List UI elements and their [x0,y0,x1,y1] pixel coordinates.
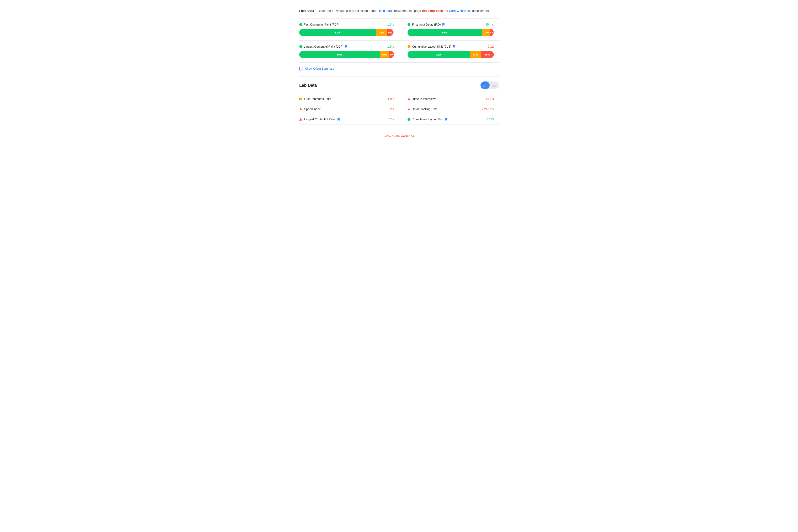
cls-status-dot [407,45,411,48]
tbt-triangle-icon [407,108,411,110]
tti-value: 15.1 s [486,97,494,100]
lab-metric-cls-lab: Cumulative Layout Shift 0.035 [399,114,499,125]
cls-bar-orange: 13% [470,51,481,58]
cls-name: Cumulative Layout Shift (CLS) [412,45,451,48]
list-view-icon [492,84,496,87]
si-name: Speed Index [304,108,321,111]
field-data-intro: Field Data — Over the previous 28-day co… [299,8,499,13]
metric-lcp-header: Largest Contentful Paint (LCP) 1.9 s [299,45,394,48]
lab-metric-lcp: Largest Contentful Paint 8.2 s [299,114,399,125]
lcp-bar-red: 5% [389,51,394,58]
fcp-bar-orange: 12% [376,29,387,36]
metric-fid-title-group: First Input Delay (FID) [407,23,444,26]
lcp-lab-triangle-icon [299,118,302,120]
bar-icon-line-2 [483,85,486,86]
cls-bar: 72% 13% 15% [407,51,494,58]
list-view-toggle[interactable] [490,81,499,89]
bar-view-icon [483,84,487,87]
lcp-lab-bookmark-icon [338,118,340,121]
fcp-name: First Contentful Paint (FCP) [304,23,340,26]
si-triangle-icon [299,108,302,110]
lab-data-header: Lab Data [299,81,499,89]
lab-tbt-left: Total Blocking Time [407,108,438,111]
field-data-dash: — Over the previous 28-day collection pe… [314,9,379,13]
fcp-status-dot [299,23,302,26]
origin-summary-checkbox[interactable] [299,67,303,71]
lcp-value: 1.9 s [387,45,394,48]
metric-cls-title-group: Cumulative Layout Shift (CLS) [407,45,455,48]
metric-fcp-header: First Contentful Paint (FCP) 1.5 s [299,23,394,26]
list-icon-line-2 [492,85,496,86]
fid-name: First Input Delay (FID) [412,23,441,26]
metric-fid: First Input Delay (FID) 45 ms 86% 10% 4% [399,19,499,40]
cls-bar-red: 15% [481,51,494,58]
origin-summary-row[interactable]: Show Origin Summary [299,62,499,75]
lab-lcp-left: Largest Contentful Paint [299,118,340,121]
lcp-bar-orange: 10% [380,51,390,58]
lab-fcp-left: First Contentful Paint [299,97,331,100]
metric-cls-header: Cumulative Layout Shift (CLS) 0.12 [407,45,494,48]
cls-lab-dot-icon [407,118,411,121]
metric-fid-header: First Input Delay (FID) 45 ms [407,23,494,26]
fcp-bar: 81% 12% 6% [299,29,394,36]
fid-bar-green: 86% [407,29,482,36]
bar-icon-line-1 [483,84,487,84]
origin-summary-label[interactable]: Show Origin Summary [305,67,334,70]
fcp-bar-red: 6% [387,29,393,36]
bar-icon-line-3 [483,86,485,87]
cls-lab-value: 0.035 [487,118,494,121]
fid-bookmark-icon [442,23,444,26]
field-data-label: Field Data [299,9,314,13]
metric-cls: Cumulative Layout Shift (CLS) 0.12 72% 1… [399,40,499,62]
page-container: Field Data — Over the previous 28-day co… [299,8,499,142]
tbt-name: Total Blocking Time [413,108,438,111]
tti-triangle-icon [407,98,411,100]
footer: www.digitalleader.be [299,134,499,142]
does-not-pass: does not pass [422,9,443,13]
view-toggle[interactable] [480,81,499,89]
tti-name: Time to Interactive [413,97,436,100]
lcp-lab-name: Largest Contentful Paint [304,118,336,121]
fid-bar-orange: 10% [482,29,491,36]
fid-bar: 86% 10% 4% [407,29,494,36]
tbt-value: 2,240 ms [482,108,494,111]
fcp-lab-square-icon [299,98,302,100]
bar-view-toggle[interactable] [480,81,490,89]
cls-lab-name: Cumulative Layout Shift [413,118,443,121]
cls-value: 0.12 [488,45,494,48]
lcp-status-dot [299,45,302,48]
fcp-bar-green: 81% [299,29,376,36]
list-icon-line-1 [492,84,496,84]
footer-url: www.digitalleader.be [384,134,414,138]
field-metrics-grid: First Contentful Paint (FCP) 1.5 s 81% 1… [299,18,499,62]
lab-metrics-grid: First Contentful Paint 1.9 s Time to Int… [299,94,499,125]
lab-si-left: Speed Index [299,108,321,111]
fid-value: 45 ms [485,23,494,26]
core-web-vitals-link[interactable]: Core Web Vitals [449,9,471,13]
metric-fcp-title-group: First Contentful Paint (FCP) [299,23,340,26]
metric-fcp: First Contentful Paint (FCP) 1.5 s 81% 1… [299,19,399,40]
fcp-lab-name: First Contentful Paint [304,97,331,100]
lcp-bar: 85% 10% 5% [299,51,394,58]
lcp-lab-value: 8.2 s [388,118,394,121]
cls-bar-green: 72% [407,51,470,58]
lab-metric-si: Speed Index 8.2 s [299,104,399,114]
fcp-lab-value: 1.9 s [388,97,394,100]
lcp-bookmark-icon [345,45,347,48]
field-data-link[interactable]: field data [379,9,392,13]
lab-tti-left: Time to Interactive [407,97,436,100]
metric-lcp: Largest Contentful Paint (LCP) 1.9 s 85%… [299,40,399,62]
cls-lab-bookmark-icon [445,118,448,121]
lab-metric-tti: Time to Interactive 15.1 s [399,94,499,104]
si-value: 8.2 s [388,108,394,111]
lab-cls-left: Cumulative Layout Shift [407,118,448,121]
fid-status-dot [407,23,411,26]
lab-metric-tbt: Total Blocking Time 2,240 ms [399,104,499,114]
lcp-name: Largest Contentful Paint (LCP) [304,45,343,48]
list-icon-line-3 [492,86,496,87]
lab-data-title: Lab Data [299,83,317,88]
lcp-bar-green: 85% [299,51,380,58]
lab-metric-fcp: First Contentful Paint 1.9 s [299,94,399,104]
fcp-value: 1.5 s [387,23,394,26]
fid-bar-red: 4% [490,29,494,36]
